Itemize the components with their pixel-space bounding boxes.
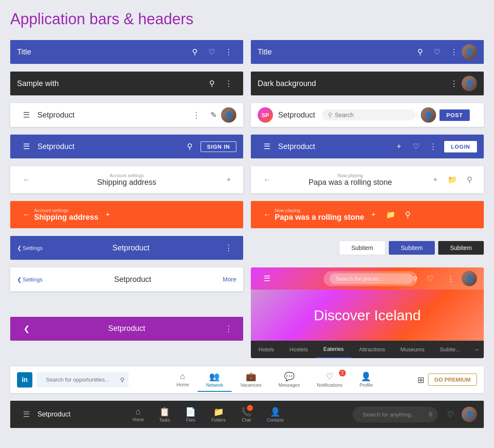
linkedin-search-input[interactable] — [41, 374, 118, 385]
avatar-1[interactable]: 👤 — [462, 44, 477, 60]
dark-folders-icon: 📁 — [213, 407, 224, 417]
tab-hotels[interactable]: Hotels — [251, 341, 282, 358]
bell-icon[interactable]: ♡ — [204, 44, 219, 60]
iceland-card: ☰ ⚲ ♡ ⋮ 👤 Discover Iceland Hotels Hostel… — [251, 267, 484, 358]
back-icon-white[interactable]: ← — [19, 172, 34, 187]
hamburger-icon[interactable]: ☰ — [19, 107, 34, 123]
dark-tasks-label: Tasks — [159, 418, 170, 422]
dark-nav-home[interactable]: ⌂ Home — [125, 404, 152, 425]
tab-museums[interactable]: Museums — [393, 341, 432, 358]
subtitle-center-orange-playing: Now playing Papa was a rolling stone — [275, 208, 364, 222]
plus-icon-white[interactable]: + — [221, 172, 236, 187]
vacancies-icon: 💼 — [246, 371, 256, 382]
dark-tasks-icon: 📋 — [159, 407, 170, 417]
nav-profile-label: Profile — [359, 382, 373, 388]
subitem-dark-btn[interactable]: Subitem — [438, 241, 484, 255]
subitem-white-btn[interactable]: Subitem — [339, 241, 385, 255]
nav-notifications[interactable]: ♡ 2 Notifications — [308, 368, 351, 392]
hamburger-blue[interactable]: ☰ — [19, 139, 34, 154]
dark-nav-tasks[interactable]: 📋 Tasks — [152, 404, 178, 425]
settings-back-white[interactable]: ❮ Settings — [17, 276, 43, 283]
search-icon-playing[interactable]: ⚲ — [462, 172, 477, 187]
hamburger-blue-2[interactable]: ☰ — [259, 139, 275, 154]
settings-back-blue[interactable]: ❮ Settings — [17, 245, 43, 251]
appbar-white-hamburger: ☰ Setproduct ⋮ ✎ 👤 — [10, 103, 243, 127]
search-places-input[interactable] — [330, 273, 413, 284]
bell-blue-2[interactable]: ♡ — [408, 139, 424, 154]
appbar-blue-avatar: Title ⚲ ♡ ⋮ 👤 — [251, 40, 484, 64]
search-blue-signin[interactable]: ⚲ — [182, 139, 197, 154]
now-playing-label: Now playing — [275, 173, 426, 178]
bell-iceland[interactable]: ♡ — [422, 271, 438, 286]
nav-profile[interactable]: 👤 Profile — [351, 368, 381, 392]
hamburger-iceland[interactable]: ☰ — [259, 271, 275, 286]
more-iceland[interactable]: ⋮ — [443, 271, 458, 286]
hamburger-dark-bottom[interactable]: ☰ — [19, 407, 34, 422]
go-premium-button[interactable]: GO PREMIUM — [428, 373, 477, 386]
sp-title: Setproduct — [278, 111, 315, 120]
nav-vacancies[interactable]: 💼 Vacancies — [232, 368, 270, 392]
dark-folders-label: Folders — [211, 418, 225, 422]
avatar-3[interactable]: 👤 — [221, 107, 236, 123]
tab-subite[interactable]: Subite... — [432, 341, 468, 358]
dark-nav-contacts[interactable]: 👤 Contacts — [259, 404, 291, 425]
avatar-iceland[interactable]: 👤 — [462, 271, 477, 286]
blue-signin-title: Setproduct — [37, 142, 180, 151]
tab-eateries[interactable]: Eateries — [316, 341, 351, 358]
search-icon-2[interactable]: ⚲ — [412, 44, 428, 60]
subtitle-bar-orange: ← Account settings Shipping address + — [10, 201, 243, 228]
dark-nav-folders[interactable]: 📁 Folders — [204, 404, 233, 425]
more-vert-icon-dark[interactable]: ⋮ — [221, 76, 236, 91]
bell-icon-2[interactable]: ♡ — [429, 44, 445, 60]
edit-icon[interactable]: ✎ — [206, 107, 221, 123]
more-blue-settings[interactable]: ⋮ — [221, 240, 236, 256]
more-vert-icon-2[interactable]: ⋮ — [446, 44, 462, 60]
back-icon-orange-playing[interactable]: ← — [259, 207, 275, 222]
avatar-2[interactable]: 👤 — [462, 76, 477, 91]
nav-messages[interactable]: 💬 Messages — [270, 368, 308, 392]
dark-home-label: Home — [132, 417, 144, 422]
white-title: Setproduct — [37, 111, 187, 120]
more-vert-icon-dark-2[interactable]: ⋮ — [446, 76, 462, 91]
folder-icon-playing[interactable]: 📁 — [445, 172, 460, 187]
folder-icon-orange[interactable]: 📁 — [383, 207, 398, 222]
nav-home[interactable]: ⌂ Home — [168, 368, 197, 392]
search-icon[interactable]: ⚲ — [187, 44, 202, 60]
more-vert-blue-2[interactable]: ⋮ — [425, 139, 441, 154]
back-icon-orange[interactable]: ← — [19, 207, 34, 222]
sign-in-button[interactable]: SIGN IN — [201, 141, 236, 152]
more-vert-icon[interactable]: ⋮ — [221, 44, 236, 60]
plus-icon-orange-playing[interactable]: + — [366, 207, 381, 222]
avatar-sp[interactable]: 👤 — [421, 107, 436, 123]
more-vert-white[interactable]: ⋮ — [189, 107, 204, 123]
plus-icon-playing[interactable]: + — [428, 172, 443, 187]
appbar-dark-title-2: Dark background — [258, 79, 445, 88]
search-icon-dark[interactable]: ⚲ — [204, 76, 219, 91]
back-icon-playing[interactable]: ← — [259, 172, 275, 187]
appbar-dark-title: Sample with — [17, 79, 202, 88]
plus-icon-orange[interactable]: + — [100, 207, 115, 222]
login-button[interactable]: LOGIN — [444, 141, 477, 152]
page-title: Application bars & headers — [10, 10, 484, 28]
song-title: Papa was a rolling stone — [275, 178, 426, 187]
tab-attractions[interactable]: Attractions — [351, 341, 393, 358]
nav-network[interactable]: 👥 Network — [198, 368, 232, 392]
appbar-white-sp: SP Setproduct ⚲ 👤 POST — [251, 103, 484, 127]
avatar-dark-bottom[interactable]: 👤 — [462, 407, 477, 422]
post-button[interactable]: POST — [439, 109, 470, 121]
subitem-blue-btn[interactable]: Subitem — [389, 241, 434, 255]
appbar-title-2: Title — [258, 48, 411, 57]
tab-arrow[interactable]: → — [468, 342, 484, 357]
more-link[interactable]: More — [223, 276, 236, 283]
tab-hostels[interactable]: Hostels — [282, 341, 316, 358]
plus-icon[interactable]: + — [391, 139, 407, 154]
search-input-sp[interactable] — [335, 112, 410, 118]
dark-search-input[interactable] — [358, 409, 426, 420]
more-purple[interactable]: ⋮ — [221, 321, 236, 336]
back-icon-purple[interactable]: ❮ — [19, 321, 34, 336]
grid-icon[interactable]: ⊞ — [417, 375, 425, 385]
search-icon-orange[interactable]: ⚲ — [400, 207, 415, 222]
bell-dark-bottom[interactable]: ♡ — [443, 407, 458, 422]
dark-nav-files[interactable]: 📄 Files — [178, 404, 204, 425]
dark-nav-chat[interactable]: 📞 Chat — [233, 404, 259, 425]
